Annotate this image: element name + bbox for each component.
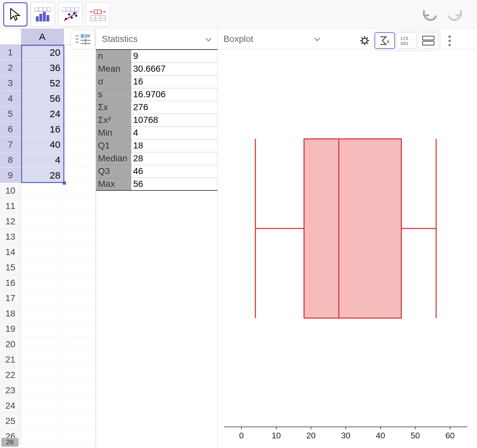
gear-icon[interactable] [360, 34, 369, 47]
cell-empty[interactable] [64, 291, 96, 306]
cell[interactable] [21, 229, 64, 244]
cell-empty[interactable] [64, 76, 96, 91]
redo-icon[interactable] [446, 7, 465, 22]
cell-empty[interactable] [64, 198, 96, 213]
cell[interactable]: 24 [21, 106, 64, 121]
row-header[interactable]: 18 [0, 306, 21, 321]
undo-icon[interactable] [420, 7, 439, 22]
cell[interactable] [21, 321, 64, 336]
cell[interactable] [21, 214, 64, 229]
row-header[interactable]: 9 [0, 168, 21, 183]
cell-empty[interactable] [64, 337, 96, 352]
cell[interactable]: 28 [21, 168, 64, 183]
cell-empty[interactable] [64, 214, 96, 229]
cell[interactable] [21, 383, 64, 398]
row-header[interactable]: 3 [0, 76, 21, 91]
ss-row: 616 [0, 122, 96, 137]
cell[interactable] [21, 398, 64, 413]
row-header[interactable]: 17 [0, 291, 21, 306]
chevron-down-icon [314, 36, 321, 43]
cell-empty[interactable] [64, 244, 96, 260]
cell-empty[interactable] [64, 106, 96, 121]
cell-empty[interactable] [64, 122, 96, 137]
cell-empty[interactable] [64, 260, 96, 275]
bar-chart-tool[interactable] [31, 2, 55, 27]
cell-empty[interactable] [64, 183, 96, 198]
cell-empty[interactable] [64, 383, 96, 398]
cell-empty[interactable] [64, 152, 96, 167]
cell[interactable]: 36 [21, 60, 64, 75]
row-header[interactable]: 5 [0, 106, 21, 121]
cell[interactable] [21, 198, 64, 213]
cell[interactable] [21, 306, 64, 321]
row-header[interactable]: 16 [0, 275, 21, 290]
stats-panel-header[interactable]: Statistics [96, 29, 217, 49]
stats-row: σ16 [96, 75, 217, 88]
row-header[interactable]: 21 [0, 352, 21, 367]
row-header[interactable]: 4 [0, 91, 21, 106]
cell-empty[interactable] [64, 137, 96, 152]
row-header[interactable]: 6 [0, 122, 21, 137]
selection-handle[interactable] [63, 181, 66, 185]
boxplot-tool[interactable] [86, 2, 110, 27]
row-header[interactable]: 13 [0, 229, 21, 244]
row-header[interactable]: 14 [0, 244, 21, 260]
cell[interactable] [21, 244, 64, 260]
cell-empty[interactable] [64, 429, 96, 444]
cell-empty[interactable] [64, 306, 96, 321]
cell[interactable] [21, 429, 64, 444]
cell[interactable] [21, 367, 64, 382]
row-header[interactable]: 25 [0, 413, 21, 428]
more-options-button[interactable] [444, 36, 455, 46]
cell-empty[interactable] [64, 60, 96, 75]
cell[interactable] [21, 183, 64, 198]
row-header[interactable]: 8 [0, 152, 21, 167]
ss-corner[interactable] [0, 29, 21, 44]
chart-area[interactable]: 0102030405060 [218, 49, 477, 448]
row-header[interactable]: 23 [0, 383, 21, 398]
cell-empty[interactable] [64, 352, 96, 367]
cell-empty[interactable] [64, 413, 96, 428]
row-header[interactable]: 20 [0, 337, 21, 352]
col-header-a[interactable]: A [21, 29, 64, 44]
row-header[interactable]: 11 [0, 198, 21, 213]
cell[interactable] [21, 291, 64, 306]
row-header[interactable]: 7 [0, 137, 21, 152]
split-view-tool[interactable] [418, 32, 439, 49]
pointer-tool[interactable] [3, 2, 28, 27]
collapse-panel-icon[interactable] [459, 36, 472, 45]
scatter-tool[interactable] [58, 2, 83, 27]
cell[interactable] [21, 275, 64, 290]
list-view-button[interactable]: 1 A B [70, 30, 95, 49]
row-header[interactable]: 1 [0, 45, 21, 60]
row-header[interactable]: 24 [0, 398, 21, 413]
chart-type-selector[interactable]: Boxplot [223, 34, 253, 44]
cell-empty[interactable] [64, 398, 96, 413]
cell[interactable]: 4 [21, 152, 64, 167]
cell-empty[interactable] [64, 229, 96, 244]
cell[interactable] [21, 260, 64, 275]
svg-text:0: 0 [239, 431, 244, 440]
cell[interactable]: 56 [21, 91, 64, 106]
stats-row: Q346 [96, 165, 217, 178]
row-header[interactable]: 19 [0, 321, 21, 336]
cell[interactable] [21, 413, 64, 428]
cell-empty[interactable] [64, 367, 96, 382]
cell[interactable] [21, 337, 64, 352]
row-header[interactable]: 15 [0, 260, 21, 275]
cell[interactable] [21, 352, 64, 367]
cell-empty[interactable] [64, 275, 96, 290]
cell-empty[interactable] [64, 321, 96, 336]
row-header[interactable]: 12 [0, 214, 21, 229]
row-header[interactable]: 10 [0, 183, 21, 198]
data-table-tool[interactable]: 123 345 [396, 32, 417, 49]
cell-empty[interactable] [64, 168, 96, 183]
cell[interactable]: 16 [21, 122, 64, 137]
row-header[interactable]: 22 [0, 367, 21, 382]
row-header[interactable]: 2 [0, 60, 21, 75]
cell[interactable]: 40 [21, 137, 64, 152]
cell[interactable]: 20 [21, 45, 64, 60]
cell-empty[interactable] [64, 91, 96, 106]
cell[interactable]: 52 [21, 76, 64, 91]
sigma-tool[interactable]: x [375, 32, 395, 49]
